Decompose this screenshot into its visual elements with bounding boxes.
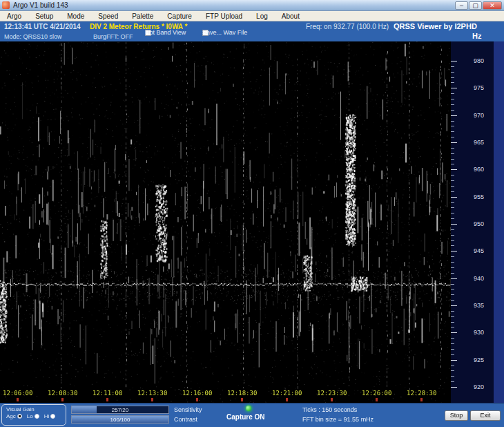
radio-icon[interactable] xyxy=(17,414,22,419)
visual-gain-option-lo[interactable]: Lo xyxy=(27,413,39,419)
menu-capture[interactable]: Capture xyxy=(160,12,199,20)
scale-tick xyxy=(451,343,454,344)
timestamp-tick xyxy=(331,398,333,401)
contrast-bar-value: 100/100 xyxy=(72,416,168,424)
scale-tick xyxy=(451,197,457,198)
freq-label: 980 xyxy=(474,58,484,64)
freq-label: 960 xyxy=(474,167,484,173)
scale-tick xyxy=(451,137,454,137)
capture-status: Capture ON xyxy=(226,413,265,421)
timestamp-label: 12:18:30 xyxy=(227,390,257,397)
scale-tick xyxy=(451,229,454,230)
timestamp-tick xyxy=(17,398,19,401)
scale-tick xyxy=(451,338,454,339)
scale-tick xyxy=(451,218,454,219)
timestamp-tick xyxy=(241,398,243,401)
timestamp-tick xyxy=(61,398,64,401)
frequency-scale: 980975970965960955950945940935930925920 xyxy=(451,41,504,403)
timestamp-tick xyxy=(151,398,153,401)
scale-tick xyxy=(451,273,454,274)
visual-gain-box: Visual Gain AgcLoHi xyxy=(1,404,66,426)
menu-palette[interactable]: Palette xyxy=(125,12,160,20)
app-icon xyxy=(2,1,10,9)
freq-label: 970 xyxy=(474,113,484,119)
hot-band-view-label: Hot Band View xyxy=(145,29,186,36)
freq-label: 930 xyxy=(474,330,484,336)
menu-bar: Argo Setup Mode Speed Palette Capture FT… xyxy=(0,11,504,21)
scale-tick xyxy=(451,61,457,61)
menu-setup[interactable]: Setup xyxy=(28,12,60,20)
scale-tick xyxy=(451,186,454,187)
freq-label: 935 xyxy=(474,303,484,309)
fft-bin-info: FFT bin size = 91.55 mHz xyxy=(302,416,374,423)
scale-tick xyxy=(451,262,454,263)
freq-label: 925 xyxy=(474,357,484,363)
scale-tick xyxy=(451,267,454,268)
scale-tick xyxy=(451,327,454,328)
hz-unit-label: Hz xyxy=(472,32,481,40)
frequency-readout: Freq: on 932.77 (100.0 Hz) xyxy=(306,23,389,30)
scale-tick xyxy=(451,305,457,306)
timestamp-label: 12:28:30 xyxy=(407,390,436,397)
timestamp-label: 12:23:30 xyxy=(317,390,347,397)
minimize-button[interactable]: – xyxy=(455,1,468,10)
maximize-button[interactable]: ▢ xyxy=(469,1,482,10)
scale-tick xyxy=(451,104,454,105)
menu-mode[interactable]: Mode xyxy=(60,12,91,20)
scale-tick xyxy=(451,256,454,257)
freq-label: 955 xyxy=(474,194,484,200)
burgfft-readout: BurgFFT: OFF xyxy=(93,33,133,40)
scale-tick xyxy=(451,381,454,382)
scale-tick xyxy=(451,332,457,333)
exit-button[interactable]: Exit xyxy=(470,410,501,421)
sensitivity-bar-value: 257/20 xyxy=(72,406,168,414)
menu-ftp-upload[interactable]: FTP Upload xyxy=(199,12,249,20)
capture-led-icon xyxy=(246,406,251,411)
radio-icon[interactable] xyxy=(50,414,55,419)
freq-label: 975 xyxy=(474,85,484,91)
scale-tick xyxy=(451,240,454,241)
scale-tick xyxy=(451,180,454,181)
menu-about[interactable]: About xyxy=(275,12,307,20)
scale-tick xyxy=(451,77,454,78)
menu-speed[interactable]: Speed xyxy=(91,12,125,20)
contrast-bar[interactable]: 100/100 xyxy=(71,415,169,424)
scale-tick xyxy=(451,175,454,175)
scale-tick xyxy=(451,66,454,67)
status-bar: Visual Gain AgcLoHi 257/20 100/100 Sensi… xyxy=(0,403,504,427)
info-row-1: 12:13:41 UTC 4/21/2014 DIV 2 Meteor Retu… xyxy=(0,21,504,32)
contrast-label: Contrast xyxy=(174,416,197,423)
scale-tick xyxy=(451,311,454,312)
radio-icon[interactable] xyxy=(35,414,39,419)
menu-argo[interactable]: Argo xyxy=(0,12,28,20)
scale-tick xyxy=(451,387,457,388)
scale-strip xyxy=(494,41,504,403)
sensitivity-bar[interactable]: 257/20 xyxy=(71,406,169,414)
freq-label: 940 xyxy=(474,276,484,282)
scale-tick xyxy=(451,148,454,149)
scale-tick xyxy=(451,164,454,164)
timestamp-label: 12:08:30 xyxy=(48,390,77,397)
scale-tick xyxy=(451,191,454,192)
scale-tick xyxy=(451,110,454,111)
mode-readout: Mode: QRSS10 slow xyxy=(4,33,62,40)
stop-button[interactable]: Stop xyxy=(445,410,468,421)
scale-tick xyxy=(451,376,454,377)
menu-log[interactable]: Log xyxy=(249,12,275,20)
scale-tick xyxy=(451,294,454,295)
utc-clock: 12:13:41 UTC 4/21/2014 xyxy=(4,23,81,30)
radio-label: Hi xyxy=(44,413,50,419)
visual-gain-option-agc[interactable]: Agc xyxy=(6,413,22,419)
scale-tick xyxy=(451,354,454,355)
scale-tick xyxy=(451,284,454,285)
close-button[interactable]: ✕ xyxy=(483,1,502,10)
timestamp-label: 12:13:30 xyxy=(137,390,167,397)
scale-tick xyxy=(451,169,457,170)
scale-tick xyxy=(451,126,454,126)
visual-gain-option-hi[interactable]: Hi xyxy=(44,413,56,419)
scale-tick xyxy=(451,72,454,73)
scale-tick xyxy=(451,142,457,143)
timestamp-row: 12:06:0012:08:3012:11:0012:13:3012:16:00… xyxy=(0,386,451,403)
radio-label: Lo xyxy=(27,413,33,419)
timestamp-tick xyxy=(376,398,378,401)
